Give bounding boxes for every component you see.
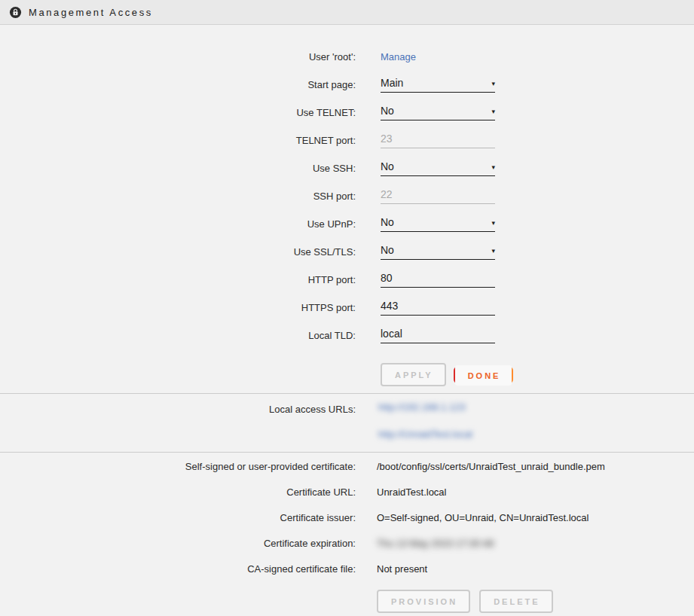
certificate-section: Self-signed or user-provided certificate… <box>0 453 694 613</box>
field-label: User 'root': <box>0 51 356 63</box>
provision-button[interactable]: PROVISION <box>377 590 470 613</box>
field-label: Use SSL/TLS: <box>0 246 356 258</box>
use-ssh-select[interactable]: No ▾ <box>381 160 495 176</box>
field-label: Certificate URL: <box>0 486 356 498</box>
form-row-http-port: HTTP port: <box>0 266 694 294</box>
telnet-port-input <box>381 133 495 148</box>
form-row-user-root: User 'root': Manage <box>0 43 694 71</box>
form-row-start-page: Start page: Main ▾ <box>0 71 694 99</box>
chevron-down-icon: ▾ <box>491 220 495 228</box>
form-row-telnet-port: TELNET port: <box>0 127 694 154</box>
selected-value: Main <box>381 77 403 89</box>
field-label: Certificate expiration: <box>0 538 356 549</box>
selected-value: No <box>381 216 394 228</box>
use-ssl-tls-select[interactable]: No ▾ <box>381 244 495 260</box>
page-header: Management Access <box>0 0 694 25</box>
field-label: SSH port: <box>0 191 356 202</box>
lock-icon <box>9 6 22 19</box>
local-access-label: Local access URLs: <box>0 401 356 415</box>
field-label: Certificate issuer: <box>0 512 356 523</box>
cert-issuer-value: O=Self-signed, OU=Unraid, CN=UnraidTest.… <box>377 512 694 523</box>
page-title: Management Access <box>29 7 153 18</box>
field-label: TELNET port: <box>0 135 356 146</box>
done-button[interactable]: DONE <box>454 367 514 383</box>
certificate-actions-row: PROVISION DELETE <box>0 590 694 613</box>
https-port-input[interactable] <box>381 300 495 316</box>
chevron-down-icon: ▾ <box>491 81 495 89</box>
chevron-down-icon: ▾ <box>491 108 495 117</box>
cert-bundle-path: /boot/config/ssl/certs/UnraidTest_unraid… <box>377 461 694 472</box>
local-access-url-hostname[interactable]: http://UnraidTest.local <box>378 428 472 440</box>
form-row-local-tld: Local TLD: <box>0 322 694 349</box>
ssh-port-input <box>381 188 495 204</box>
http-port-input[interactable] <box>381 272 495 288</box>
apply-button[interactable]: APPLY <box>381 363 446 386</box>
field-label: Local TLD: <box>0 330 356 341</box>
cert-row-issuer: Certificate issuer: O=Self-signed, OU=Un… <box>0 505 694 530</box>
form-row-https-port: HTTPS port: <box>0 294 694 322</box>
field-label: Use UPnP: <box>0 218 356 230</box>
local-tld-input[interactable] <box>381 328 495 343</box>
cert-row-ca-file: CA-signed certificate file: Not present <box>0 556 694 581</box>
field-label: CA-signed certificate file: <box>0 563 356 575</box>
cert-url-value: UnraidTest.local <box>377 486 694 498</box>
local-access-url-ip[interactable]: http://192.168.1.123 <box>378 401 466 413</box>
cert-row-expiration: Certificate expiration: Thu 13 May 2023 … <box>0 530 694 556</box>
done-button-label: DONE <box>455 365 512 386</box>
selected-value: No <box>381 244 394 256</box>
form-row-use-ssl: Use SSL/TLS: No ▾ <box>0 238 694 266</box>
delete-button[interactable]: DELETE <box>479 590 552 613</box>
local-access-section: Local access URLs: http://192.168.1.123 … <box>0 394 694 453</box>
ca-cert-file-value: Not present <box>377 563 694 575</box>
cert-row-url: Certificate URL: UnraidTest.local <box>0 479 694 505</box>
field-label: HTTPS port: <box>0 302 356 313</box>
form-actions-row: APPLY DONE <box>0 363 694 386</box>
selected-value: No <box>381 105 394 117</box>
use-upnp-select[interactable]: No ▾ <box>381 216 495 232</box>
chevron-down-icon: ▾ <box>491 248 495 256</box>
use-telnet-select[interactable]: No ▾ <box>381 105 495 120</box>
form-row-use-upnp: Use UPnP: No ▾ <box>0 210 694 238</box>
field-label: HTTP port: <box>0 274 356 285</box>
selected-value: No <box>381 160 394 172</box>
manage-root-link[interactable]: Manage <box>381 51 416 63</box>
chevron-down-icon: ▾ <box>491 164 495 172</box>
form-row-use-telnet: Use TELNET: No ▾ <box>0 99 694 127</box>
management-access-form: User 'root': Manage Start page: Main ▾ U… <box>0 25 694 394</box>
start-page-select[interactable]: Main ▾ <box>381 77 495 93</box>
cert-expiration-value: Thu 13 May 2023 17:30:48 <box>377 538 494 549</box>
field-label: Use SSH: <box>0 163 356 174</box>
cert-row-bundle: Self-signed or user-provided certificate… <box>0 453 694 479</box>
field-label: Use TELNET: <box>0 107 356 118</box>
field-label: Self-signed or user-provided certificate… <box>0 461 356 472</box>
form-row-use-ssh: Use SSH: No ▾ <box>0 154 694 182</box>
field-label: Start page: <box>0 79 356 90</box>
form-row-ssh-port: SSH port: <box>0 182 694 210</box>
